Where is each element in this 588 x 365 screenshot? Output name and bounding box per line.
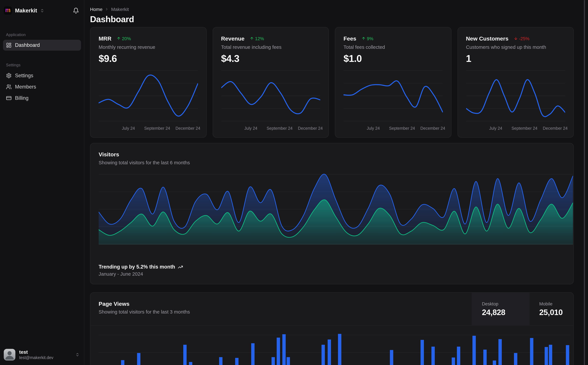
logo-letter: m bbox=[5, 7, 10, 13]
x-tick: July 24 bbox=[489, 126, 502, 131]
bell-icon bbox=[73, 7, 79, 14]
arrow-up-icon bbox=[117, 36, 121, 41]
sidebar-item-label: Settings bbox=[15, 73, 33, 78]
x-tick: July 24 bbox=[244, 126, 257, 131]
visitors-card: Visitors Showing total visitors for the … bbox=[90, 143, 574, 284]
tab-label: Desktop bbox=[482, 302, 529, 306]
stat-title: New Customers bbox=[466, 35, 508, 42]
sidebar-item-dashboard[interactable]: Dashboard bbox=[3, 40, 81, 51]
stat-title: Fees bbox=[344, 35, 356, 42]
sidebar-item-members[interactable]: Members bbox=[3, 81, 81, 92]
makerkit-logo: m bbox=[4, 7, 12, 15]
page-scrollbar[interactable] bbox=[584, 0, 585, 365]
x-tick: December 24 bbox=[421, 126, 445, 131]
stat-title: Revenue bbox=[221, 35, 245, 42]
trend-value: 12% bbox=[255, 36, 264, 41]
stat-value: $1.0 bbox=[344, 53, 443, 64]
page-title: Dashboard bbox=[90, 14, 574, 24]
visitors-footer: Trending up by 5.2% this month January -… bbox=[99, 264, 573, 277]
sidebar-item-label: Billing bbox=[15, 95, 29, 101]
sidebar-item-settings[interactable]: Settings bbox=[3, 70, 81, 81]
stat-card-fees: Fees 9% Total fees collected $1.0 July 2… bbox=[335, 27, 451, 138]
revenue-sparkline-chart bbox=[221, 68, 320, 125]
workspace-selector[interactable]: m Makerkit bbox=[4, 7, 44, 15]
new-customers-sparkline-chart bbox=[466, 68, 565, 125]
user-email: test@makerkit.dev bbox=[19, 355, 53, 360]
layout-dashboard-icon bbox=[6, 42, 12, 48]
credit-card-icon bbox=[6, 95, 12, 101]
page-views-tabs: Desktop 24,828 Mobile 25,010 bbox=[472, 293, 573, 325]
trend-badge: -25% bbox=[514, 36, 529, 41]
visitors-trend-text: Trending up by 5.2% this month bbox=[99, 264, 175, 270]
sidebar-item-billing[interactable]: Billing bbox=[3, 93, 81, 104]
avatar bbox=[4, 349, 15, 360]
x-tick: September 24 bbox=[267, 126, 293, 131]
trend-value: -25% bbox=[519, 36, 530, 41]
app-root: m Makerkit Application Dashboard Setting… bbox=[0, 0, 588, 365]
tab-value: 25,010 bbox=[539, 308, 573, 316]
x-axis-labels: July 24 September 24 December 24 bbox=[344, 126, 443, 131]
arrow-down-icon bbox=[514, 36, 518, 41]
visitors-subtitle: Showing total visitors for the last 6 mo… bbox=[99, 160, 573, 166]
tab-label: Mobile bbox=[539, 302, 573, 306]
user-meta: test test@makerkit.dev bbox=[19, 349, 53, 360]
sidebar-item-label: Dashboard bbox=[15, 42, 40, 48]
arrow-up-icon bbox=[250, 36, 254, 41]
trend-badge: 12% bbox=[250, 36, 264, 41]
stat-cards-row: MRR 20% Monthly recurring revenue $9.6 J… bbox=[90, 27, 574, 138]
sidebar: m Makerkit Application Dashboard Setting… bbox=[0, 0, 84, 365]
notifications-button[interactable] bbox=[73, 7, 80, 14]
workspace-name: Makerkit bbox=[15, 7, 37, 14]
visitors-title: Visitors bbox=[99, 151, 573, 158]
x-axis-labels: July 24 September 24 December 24 bbox=[221, 126, 320, 131]
stat-card-new-customers: New Customers -25% Customers who signed … bbox=[457, 27, 574, 138]
stat-subtitle: Monthly recurring revenue bbox=[99, 44, 198, 50]
arrow-up-icon bbox=[362, 36, 366, 41]
user-menu[interactable]: test test@makerkit.dev bbox=[3, 348, 81, 361]
x-tick: July 24 bbox=[367, 126, 380, 131]
stat-card-mrr: MRR 20% Monthly recurring revenue $9.6 J… bbox=[90, 27, 207, 138]
page-views-card: Page Views Showing total visitors for th… bbox=[90, 292, 574, 365]
breadcrumb-home[interactable]: Home bbox=[90, 7, 103, 12]
x-tick: December 24 bbox=[175, 126, 200, 131]
tab-desktop[interactable]: Desktop 24,828 bbox=[472, 293, 529, 325]
nav-section-label: Application bbox=[3, 32, 81, 37]
stat-value: 1 bbox=[466, 53, 565, 64]
stat-subtitle: Total revenue including fees bbox=[221, 44, 320, 50]
x-tick: December 24 bbox=[298, 126, 323, 131]
fees-sparkline-chart bbox=[344, 68, 443, 125]
x-tick: December 24 bbox=[543, 126, 568, 131]
x-tick: September 24 bbox=[389, 126, 415, 131]
main-content: Home Makerkit Dashboard MRR 20% Monthly … bbox=[85, 0, 588, 365]
chevrons-up-down-icon bbox=[76, 353, 80, 357]
x-axis-labels: July 24 September 24 December 24 bbox=[466, 126, 565, 131]
stat-value: $4.3 bbox=[221, 53, 320, 64]
tab-value: 24,828 bbox=[482, 308, 529, 316]
x-axis-labels: July 24 September 24 December 24 bbox=[99, 126, 198, 131]
stat-card-revenue: Revenue 12% Total revenue including fees… bbox=[212, 27, 329, 138]
visitors-area-chart bbox=[99, 171, 573, 245]
gear-icon bbox=[6, 73, 12, 78]
x-tick: September 24 bbox=[512, 126, 537, 131]
person-icon bbox=[4, 349, 15, 360]
sidebar-header: m Makerkit bbox=[3, 4, 81, 17]
sidebar-nav: Application Dashboard Settings Settings … bbox=[3, 32, 81, 104]
page-views-bar-chart bbox=[99, 327, 570, 365]
mrr-sparkline-chart bbox=[99, 68, 198, 125]
page-views-subtitle: Showing total visitors for the last 3 mo… bbox=[99, 309, 463, 315]
trending-up-icon bbox=[178, 264, 183, 270]
chevrons-up-down-icon bbox=[40, 8, 44, 13]
stat-subtitle: Customers who signed up this month bbox=[466, 44, 565, 50]
user-name: test bbox=[19, 349, 53, 355]
nav-section-label: Settings bbox=[3, 63, 81, 67]
trend-badge: 9% bbox=[362, 36, 373, 41]
page-views-header: Page Views Showing total visitors for th… bbox=[90, 293, 573, 326]
page-views-title: Page Views bbox=[99, 300, 463, 308]
tab-mobile[interactable]: Mobile 25,010 bbox=[529, 293, 574, 325]
breadcrumb-current: Makerkit bbox=[111, 7, 129, 12]
x-tick: September 24 bbox=[144, 126, 170, 131]
sidebar-item-label: Members bbox=[15, 84, 36, 90]
trend-value: 20% bbox=[122, 36, 131, 41]
users-icon bbox=[6, 84, 12, 90]
x-tick: July 24 bbox=[122, 126, 135, 131]
